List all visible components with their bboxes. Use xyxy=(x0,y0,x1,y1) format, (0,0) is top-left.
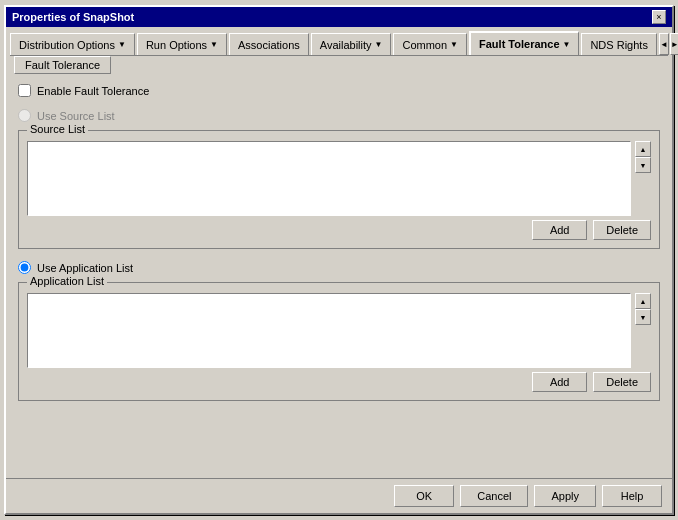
app-list-box[interactable] xyxy=(27,293,631,368)
source-delete-button[interactable]: Delete xyxy=(593,220,651,240)
app-add-button[interactable]: Add xyxy=(532,372,587,392)
tab-fault-tolerance[interactable]: Fault Tolerance ▼ xyxy=(469,31,579,55)
ok-button[interactable]: OK xyxy=(394,485,454,507)
use-application-list-radio[interactable] xyxy=(18,261,31,274)
app-list-group: Application List ▲ ▼ Add Delete xyxy=(18,282,660,401)
tab-nav-next[interactable]: ► xyxy=(670,33,678,55)
tab-distribution-options[interactable]: Distribution Options ▼ xyxy=(10,33,135,55)
help-button[interactable]: Help xyxy=(602,485,662,507)
source-list-group: Source List ▲ ▼ Add Delete xyxy=(18,130,660,249)
source-list-inner: ▲ ▼ xyxy=(27,141,651,216)
app-list-inner: ▲ ▼ xyxy=(27,293,651,368)
enable-fault-tolerance-row: Enable Fault Tolerance xyxy=(18,84,660,97)
tab-nds-rights[interactable]: NDS Rights xyxy=(581,33,656,55)
tab-row-main: Distribution Options ▼ Run Options ▼ Ass… xyxy=(10,31,668,55)
cancel-button[interactable]: Cancel xyxy=(460,485,528,507)
properties-window: Properties of SnapShot × Distribution Op… xyxy=(4,5,674,515)
tab-run-options[interactable]: Run Options ▼ xyxy=(137,33,227,55)
scroll-up-icon: ▲ xyxy=(640,298,647,305)
source-scroll-up[interactable]: ▲ xyxy=(635,141,651,157)
apply-button[interactable]: Apply xyxy=(534,485,596,507)
chevron-down-icon: ▼ xyxy=(210,40,218,49)
prev-icon: ◄ xyxy=(660,40,668,49)
chevron-down-icon: ▼ xyxy=(118,40,126,49)
tab-associations[interactable]: Associations xyxy=(229,33,309,55)
app-delete-button[interactable]: Delete xyxy=(593,372,651,392)
source-scroll-buttons: ▲ ▼ xyxy=(635,141,651,216)
next-icon: ► xyxy=(671,40,678,49)
scroll-down-icon: ▼ xyxy=(640,162,647,169)
source-list-legend: Source List xyxy=(27,123,88,135)
app-scroll-buttons: ▲ ▼ xyxy=(635,293,651,368)
use-source-list-label: Use Source List xyxy=(37,110,115,122)
tab-common[interactable]: Common ▼ xyxy=(393,33,467,55)
scroll-down-icon: ▼ xyxy=(640,314,647,321)
use-application-list-label: Use Application List xyxy=(37,262,133,274)
sub-tab-fault-tolerance[interactable]: Fault Tolerance xyxy=(14,56,111,74)
tab-bar: Distribution Options ▼ Run Options ▼ Ass… xyxy=(6,27,672,74)
app-scroll-up[interactable]: ▲ xyxy=(635,293,651,309)
enable-fault-tolerance-checkbox[interactable] xyxy=(18,84,31,97)
use-source-list-radio[interactable] xyxy=(18,109,31,122)
source-scroll-down[interactable]: ▼ xyxy=(635,157,651,173)
scroll-up-icon: ▲ xyxy=(640,146,647,153)
app-list-legend: Application List xyxy=(27,275,107,287)
close-icon: × xyxy=(656,12,661,22)
tab-nav-prev[interactable]: ◄ xyxy=(659,33,669,55)
use-source-list-row: Use Source List xyxy=(18,109,660,122)
title-bar: Properties of SnapShot × xyxy=(6,7,672,27)
use-application-list-row: Use Application List xyxy=(18,261,660,274)
window-title: Properties of SnapShot xyxy=(12,11,134,23)
app-scroll-down[interactable]: ▼ xyxy=(635,309,651,325)
source-button-row: Add Delete xyxy=(27,220,651,240)
source-add-button[interactable]: Add xyxy=(532,220,587,240)
tab-availability[interactable]: Availability ▼ xyxy=(311,33,392,55)
enable-fault-tolerance-label: Enable Fault Tolerance xyxy=(37,85,149,97)
content-area: Enable Fault Tolerance Use Source List S… xyxy=(6,74,672,478)
app-button-row: Add Delete xyxy=(27,372,651,392)
chevron-down-icon: ▼ xyxy=(375,40,383,49)
footer: OK Cancel Apply Help xyxy=(6,478,672,513)
chevron-down-icon: ▼ xyxy=(563,40,571,49)
source-list-box[interactable] xyxy=(27,141,631,216)
close-button[interactable]: × xyxy=(652,10,666,24)
chevron-down-icon: ▼ xyxy=(450,40,458,49)
